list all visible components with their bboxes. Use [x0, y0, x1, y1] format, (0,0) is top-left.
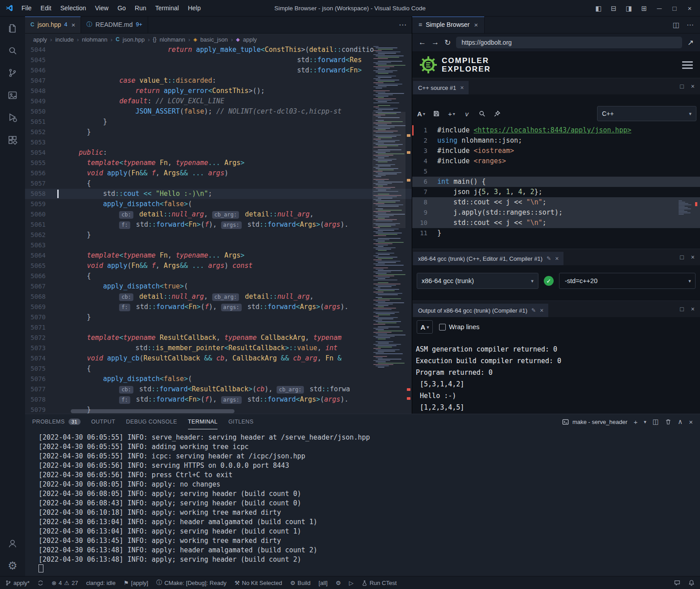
split-terminal-icon[interactable]: ◫ — [653, 418, 659, 426]
editor-actions-more-icon[interactable]: ⋯ — [399, 20, 412, 30]
menu-go[interactable]: Go — [113, 0, 130, 16]
breadcrumb-item[interactable]: apply — [243, 36, 257, 43]
layout-panel-icon[interactable]: ⊟ — [606, 0, 621, 16]
forward-icon[interactable]: → — [431, 38, 439, 47]
maximize-button[interactable]: □ — [667, 0, 682, 16]
close-window-button[interactable]: × — [682, 0, 697, 16]
terminal-dropdown-icon[interactable]: ▾ — [644, 419, 647, 425]
panel-tab-debug-console[interactable]: DEBUG CONSOLE — [126, 414, 177, 429]
maximize-pane-icon[interactable]: □ — [680, 305, 683, 313]
language-select[interactable]: C++ ▾ — [597, 106, 696, 121]
menu-run[interactable]: Run — [130, 0, 151, 16]
statusbar-branch[interactable]: apply* — [5, 580, 30, 586]
save-icon[interactable] — [431, 108, 442, 119]
breadcrumb-item[interactable]: include — [55, 36, 73, 43]
close-pane-icon[interactable]: × — [691, 254, 695, 261]
add-pane-button[interactable]: +▾ — [446, 108, 457, 119]
panel-tab-terminal[interactable]: TERMINAL — [188, 414, 218, 429]
statusbar-build-target[interactable]: [all] — [319, 580, 328, 586]
reload-icon[interactable]: ↻ — [444, 38, 451, 47]
close-pane-icon[interactable]: × — [540, 307, 543, 314]
close-pane-icon[interactable]: × — [460, 84, 464, 91]
breadcrumb-item[interactable]: apply — [33, 36, 47, 43]
breadcrumb-item[interactable]: basic_json — [201, 36, 228, 43]
rename-pane-icon[interactable]: ✎ — [546, 255, 551, 262]
extensions-icon[interactable] — [7, 134, 18, 146]
source-pane-tab[interactable]: C++ source #1 × — [413, 81, 469, 94]
close-tab-icon[interactable]: × — [474, 21, 478, 29]
statusbar-ctest[interactable]: Run CTest — [362, 580, 397, 586]
options-dropdown-icon[interactable]: ▾ — [684, 278, 695, 284]
statusbar-sync[interactable] — [38, 580, 43, 586]
font-size-button[interactable]: A▾ — [417, 320, 433, 334]
explorer-icon[interactable] — [7, 22, 18, 34]
code-editor[interactable]: 5044 return apply_make_tuple<ConstThis>(… — [25, 45, 412, 414]
back-icon[interactable]: ← — [418, 38, 426, 47]
statusbar-project[interactable]: ⚑ [apply] — [124, 580, 148, 586]
close-pane-icon[interactable]: × — [691, 305, 695, 313]
terminal-output[interactable]: [2022-04-30 06:05:55] INFO: serve_header… — [25, 429, 700, 576]
close-pane-icon[interactable]: × — [691, 83, 695, 90]
notifications-bell-icon[interactable] — [688, 580, 695, 586]
statusbar-cmake[interactable]: ⓘ CMake: [Debug]: Ready — [156, 579, 226, 587]
maximize-panel-icon[interactable]: ∧ — [678, 418, 683, 426]
source-code-editor[interactable]: 1#include <https://localhost:8443/apply/… — [412, 125, 700, 241]
statusbar-debug-button[interactable]: ⚙ — [336, 580, 341, 586]
compiler-pane-tab[interactable]: x86-64 gcc (trunk) (C++, Editor #1, Comp… — [413, 252, 563, 265]
breadcrumb-item[interactable]: nlohmann — [160, 36, 185, 43]
minimap[interactable] — [372, 45, 405, 407]
output-pane-tab[interactable]: Output of x86-64 gcc (trunk) (Compiler #… — [413, 304, 548, 317]
vim-toggle-icon[interactable]: v — [461, 108, 472, 119]
minimap-slider[interactable] — [372, 112, 405, 228]
breadcrumb-item[interactable]: json.hpp — [123, 36, 145, 43]
maximize-pane-icon[interactable]: □ — [680, 254, 683, 261]
menu-edit[interactable]: Edit — [36, 0, 56, 16]
split-editor-icon[interactable]: ◫ — [673, 21, 679, 29]
horizontal-scrollbar[interactable] — [71, 409, 235, 413]
zoom-icon[interactable] — [477, 108, 487, 119]
feedback-icon[interactable] — [674, 580, 680, 586]
maximize-pane-icon[interactable]: □ — [680, 83, 683, 90]
more-actions-icon[interactable]: ⋯ — [687, 21, 694, 29]
menu-file[interactable]: File — [17, 0, 36, 16]
statusbar-problems[interactable]: ⊗ 4 ⚠ 27 — [51, 580, 78, 586]
source-control-icon[interactable] — [7, 67, 18, 79]
accounts-icon[interactable] — [7, 538, 18, 549]
url-input[interactable] — [456, 37, 682, 48]
wrap-lines-checkbox[interactable]: Wrap lines — [439, 323, 479, 331]
hamburger-menu-icon[interactable] — [682, 61, 693, 69]
layout-sidebar-left-icon[interactable]: ◧ — [591, 0, 606, 16]
open-external-icon[interactable]: ↗ — [687, 38, 694, 47]
panel-tab-problems[interactable]: PROBLEMS31 — [32, 414, 81, 429]
search-icon[interactable] — [7, 45, 18, 56]
compiler-options-input[interactable] — [559, 277, 684, 284]
close-tab-icon[interactable]: × — [72, 21, 76, 29]
tab-readme-md[interactable]: ⓘ README.md 9+ — [81, 16, 148, 33]
tab-simple-browser[interactable]: ≡ Simple Browser × — [412, 16, 485, 33]
menu-help[interactable]: Help — [184, 0, 205, 16]
run-debug-icon[interactable] — [7, 112, 18, 123]
menu-selection[interactable]: Selection — [56, 0, 91, 16]
close-pane-icon[interactable]: × — [555, 255, 559, 262]
panel-tab-output[interactable]: OUTPUT — [91, 414, 115, 429]
remote-explorer-icon[interactable] — [7, 89, 18, 101]
pin-icon[interactable] — [492, 108, 503, 119]
close-panel-icon[interactable]: × — [689, 418, 693, 426]
panel-tab-gitlens[interactable]: GITLENS — [228, 414, 253, 429]
customize-layout-icon[interactable]: ⊞ — [636, 0, 652, 16]
new-terminal-icon[interactable]: + — [634, 418, 638, 426]
breadcrumb-item[interactable]: nlohmann — [82, 36, 107, 43]
compiler-select[interactable]: x86-64 gcc (trunk) ▾ — [417, 273, 538, 289]
settings-gear-icon[interactable]: ⚙ — [7, 560, 18, 572]
menu-view[interactable]: View — [90, 0, 113, 16]
terminal-instance[interactable]: make - serve_header — [562, 419, 627, 425]
menu-terminal[interactable]: Terminal — [151, 0, 184, 16]
kill-terminal-icon[interactable] — [665, 419, 671, 425]
rename-pane-icon[interactable]: ✎ — [531, 307, 536, 314]
statusbar-kit[interactable]: ⚒ No Kit Selected — [235, 580, 282, 586]
font-size-button[interactable]: A▾ — [416, 108, 427, 119]
layout-sidebar-right-icon[interactable]: ◨ — [621, 0, 636, 16]
tab-json-hpp[interactable]: C json.hpp 4 × — [25, 16, 81, 33]
statusbar-launch-button[interactable]: ▷ — [349, 580, 354, 586]
statusbar-build-button[interactable]: ⚙ Build — [290, 580, 311, 586]
